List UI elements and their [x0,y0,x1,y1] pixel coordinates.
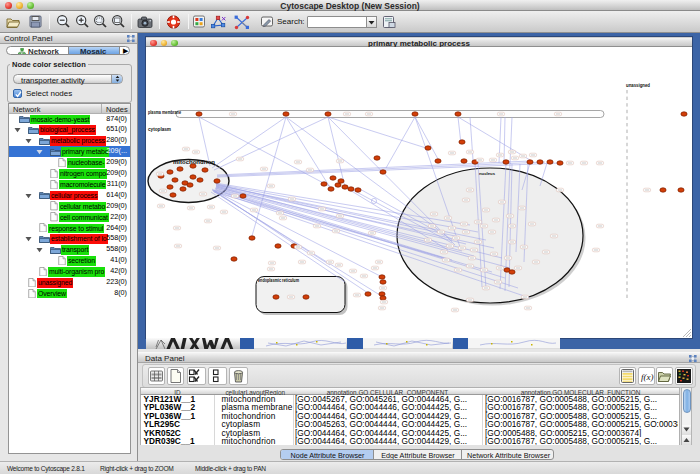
svg-text:plasma membrane: plasma membrane [148,110,181,115]
svg-text:unassigned: unassigned [626,83,650,88]
svg-text:cytoplasm: cytoplasm [148,127,171,132]
svg-text:endoplasmic reticulum: endoplasmic reticulum [258,278,299,283]
svg-text:nucleus: nucleus [479,171,496,176]
svg-text:f(x): f(x) [641,372,654,382]
